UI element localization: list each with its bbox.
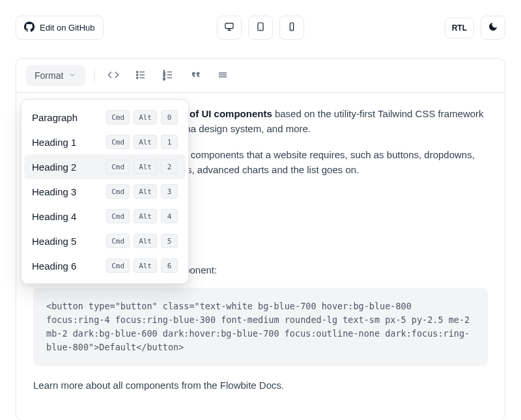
desktop-view-button[interactable] (217, 16, 242, 40)
kbd: Alt (134, 135, 157, 149)
kbd: Alt (134, 110, 157, 124)
rtl-button[interactable]: RTL (445, 18, 474, 38)
kbd: Alt (134, 160, 157, 174)
tablet-icon (255, 21, 266, 34)
svg-text:3: 3 (163, 76, 165, 80)
kbd: Cmd (106, 184, 130, 199)
quote-icon (190, 69, 201, 83)
code-block-button[interactable] (104, 66, 122, 85)
format-option-paragraph[interactable]: Paragraph Cmd Alt 0 (24, 105, 186, 130)
shortcut: Cmd Alt 1 (106, 135, 178, 149)
kbd: 2 (161, 160, 178, 174)
option-label: Heading 1 (32, 137, 76, 148)
kbd: Alt (134, 209, 157, 223)
divider (94, 69, 95, 82)
kbd: Cmd (106, 234, 130, 248)
format-option-heading-5[interactable]: Heading 5 Cmd Alt 5 (24, 229, 186, 253)
svg-point-4 (137, 74, 138, 75)
hr-icon (217, 69, 229, 83)
format-dropdown-button[interactable]: Format (25, 65, 85, 86)
kbd: Cmd (106, 209, 130, 223)
format-label: Format (35, 70, 63, 81)
svg-point-5 (137, 77, 138, 78)
kbd: 3 (161, 184, 178, 199)
viewport-switcher (217, 16, 304, 40)
kbd: Cmd (106, 110, 130, 124)
kbd: Alt (134, 234, 157, 248)
format-option-heading-2[interactable]: Heading 2 Cmd Alt 2 (24, 154, 186, 179)
mobile-icon (287, 21, 297, 34)
ordered-list-button[interactable]: 123 (159, 66, 177, 85)
mobile-view-button[interactable] (279, 16, 304, 40)
shortcut: Cmd Alt 0 (106, 110, 178, 124)
desktop-icon (224, 21, 234, 34)
blockquote-button[interactable] (186, 66, 204, 85)
ordered-list-icon: 123 (162, 69, 174, 83)
svg-rect-0 (225, 23, 233, 29)
dark-mode-toggle[interactable] (481, 16, 505, 40)
kbd: 5 (161, 234, 178, 248)
option-label: Heading 6 (32, 260, 76, 272)
paragraph: Learn more about all components from the… (33, 378, 488, 393)
kbd: 1 (161, 135, 178, 149)
format-option-heading-6[interactable]: Heading 6 Cmd Alt 6 (24, 253, 186, 278)
format-option-heading-4[interactable]: Heading 4 Cmd Alt 4 (24, 204, 186, 229)
option-label: Paragraph (32, 112, 77, 123)
kbd: 4 (161, 209, 178, 223)
shortcut: Cmd Alt 2 (106, 160, 178, 174)
horizontal-rule-button[interactable] (214, 66, 232, 85)
tablet-view-button[interactable] (248, 16, 273, 40)
shortcut: Cmd Alt 6 (106, 259, 178, 273)
option-label: Heading 5 (32, 236, 76, 247)
chevron-down-icon (68, 70, 76, 81)
svg-point-3 (137, 71, 138, 72)
code-icon (107, 69, 119, 83)
shortcut: Cmd Alt 4 (106, 209, 178, 223)
edit-on-github-label: Edit on GitHub (40, 23, 95, 33)
shortcut: Cmd Alt 5 (106, 234, 178, 248)
kbd: Cmd (106, 135, 130, 149)
option-label: Heading 4 (32, 211, 76, 222)
option-label: Heading 2 (32, 161, 76, 173)
kbd: Cmd (106, 160, 130, 174)
kbd: Alt (134, 184, 157, 199)
bullet-list-button[interactable] (132, 66, 150, 85)
code-block: <button type="button" class="text-white … (33, 288, 488, 366)
kbd: Cmd (106, 259, 130, 273)
edit-on-github-button[interactable]: Edit on GitHub (16, 16, 104, 40)
shortcut: Cmd Alt 3 (106, 184, 178, 199)
format-dropdown: Paragraph Cmd Alt 0 Heading 1 Cmd Alt 1 … (21, 99, 189, 284)
bullet-list-icon (135, 69, 147, 83)
topbar: Edit on GitHub RTL (16, 16, 505, 40)
moon-icon (488, 21, 498, 34)
format-option-heading-3[interactable]: Heading 3 Cmd Alt 3 (24, 179, 186, 204)
github-icon (24, 21, 35, 34)
editor-toolbar: Format 123 (16, 59, 505, 93)
rtl-label: RTL (452, 23, 467, 33)
kbd: 0 (161, 110, 178, 124)
option-label: Heading 3 (32, 186, 76, 197)
kbd: 6 (161, 259, 178, 273)
format-option-heading-1[interactable]: Heading 1 Cmd Alt 1 (24, 130, 186, 154)
kbd: Alt (134, 259, 157, 273)
